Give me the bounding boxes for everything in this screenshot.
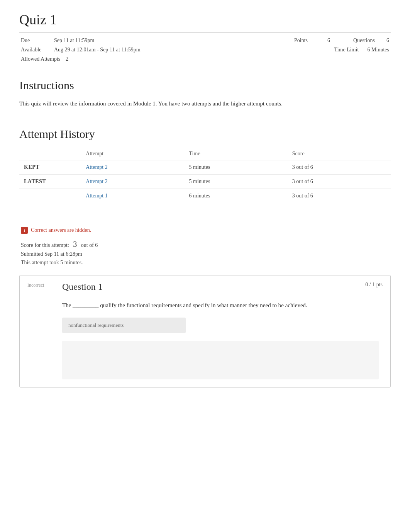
divider [19, 215, 391, 215]
row-score: 3 out of 6 [288, 175, 391, 189]
question-1-placeholder [62, 341, 379, 379]
row-time: 6 minutes [185, 189, 288, 203]
row-time: 5 minutes [185, 160, 288, 175]
time-limit-label: Time Limit [334, 47, 365, 53]
due-label: Due [21, 37, 52, 44]
allowed-attempts-label: Allowed Attempts [21, 56, 60, 62]
question-1-block: Incorrect Question 1 0 / 1 pts The _____… [19, 275, 391, 388]
attempt-table: Attempt Time Score KEPT Attempt 2 5 minu… [19, 148, 391, 203]
attempt-link[interactable]: Attempt 1 [86, 193, 107, 199]
col-header-score: Score [288, 148, 391, 160]
score-out-of: out of 6 [81, 242, 98, 248]
col-header-attempt: Attempt [81, 148, 184, 160]
question-1-header: Incorrect Question 1 0 / 1 pts [20, 275, 390, 297]
instructions-section: Instructions This quiz will review the i… [19, 79, 391, 108]
question-1-answer: nonfunctional requirements [62, 318, 186, 333]
table-row: KEPT Attempt 2 5 minutes 3 out of 6 [19, 160, 391, 175]
notice-icon: i [21, 227, 28, 234]
meta-row-2: Available Aug 29 at 12:01am - Sep 11 at … [21, 47, 389, 53]
attempt-link[interactable]: Attempt 2 [86, 178, 107, 184]
question-1-body: The _________ qualify the functional req… [20, 297, 390, 341]
col-header-status [19, 148, 81, 160]
question-1-points: 0 / 1 pts [365, 282, 383, 288]
row-status: KEPT [19, 160, 81, 175]
row-score: 3 out of 6 [288, 189, 391, 203]
meta-allowed-attempts: Allowed Attempts 2 [21, 56, 68, 62]
row-status [19, 189, 81, 203]
score-number: 3 [73, 240, 77, 248]
col-header-time: Time [185, 148, 288, 160]
attempt-link[interactable]: Attempt 2 [86, 164, 107, 170]
submission-section: i Correct answers are hidden. Score for … [19, 227, 391, 266]
points-value: 6 [327, 37, 330, 44]
available-label: Available [21, 47, 52, 53]
row-attempt[interactable]: Attempt 2 [81, 160, 184, 175]
row-time: 5 minutes [185, 175, 288, 189]
quiz-title: Quiz 1 [19, 12, 391, 28]
meta-row-1: Due Sep 11 at 11:59pm Points 6 Questions… [21, 37, 389, 44]
instructions-title: Instructions [19, 79, 391, 92]
row-attempt[interactable]: Attempt 2 [81, 175, 184, 189]
score-info: Score for this attempt: 3 out of 6 [21, 240, 389, 249]
meta-available: Available Aug 29 at 12:01am - Sep 11 at … [21, 47, 141, 53]
question-1-text: The _________ qualify the functional req… [62, 301, 379, 310]
meta-due: Due Sep 11 at 11:59pm [21, 37, 94, 44]
question-1-title: Question 1 [58, 282, 365, 292]
table-header-row: Attempt Time Score [19, 148, 391, 160]
meta-points: Points 6 [294, 37, 330, 44]
due-value: Sep 11 at 11:59pm [54, 37, 94, 44]
table-row: LATEST Attempt 2 5 minutes 3 out of 6 [19, 175, 391, 189]
meta-row-3: Allowed Attempts 2 [21, 56, 389, 62]
table-row: Attempt 1 6 minutes 3 out of 6 [19, 189, 391, 203]
points-label: Points [294, 37, 325, 44]
meta-questions: Questions 6 [353, 37, 389, 44]
question-1-status: Incorrect [27, 282, 58, 288]
submitted-text: Submitted Sep 11 at 6:28pm [21, 251, 389, 257]
time-text: This attempt took 5 minutes. [21, 260, 389, 266]
notice-text: Correct answers are hidden. [31, 227, 91, 233]
row-score: 3 out of 6 [288, 160, 391, 175]
score-label: Score for this attempt: [21, 242, 69, 248]
allowed-attempts-value: 2 [66, 56, 68, 62]
row-status: LATEST [19, 175, 81, 189]
quiz-meta-section: Due Sep 11 at 11:59pm Points 6 Questions… [19, 32, 391, 67]
available-value: Aug 29 at 12:01am - Sep 11 at 11:59pm [54, 47, 141, 53]
meta-time-limit: Time Limit 6 Minutes [334, 47, 389, 53]
row-attempt[interactable]: Attempt 1 [81, 189, 184, 203]
attempt-history-section: Attempt History Attempt Time Score KEPT … [19, 127, 391, 203]
attempt-history-title: Attempt History [19, 127, 391, 141]
questions-label: Questions [353, 37, 384, 44]
questions-value: 6 [386, 37, 389, 44]
time-limit-value: 6 Minutes [368, 47, 389, 53]
instructions-body: This quiz will review the information co… [19, 99, 391, 108]
correct-answers-notice: i Correct answers are hidden. [21, 227, 389, 234]
